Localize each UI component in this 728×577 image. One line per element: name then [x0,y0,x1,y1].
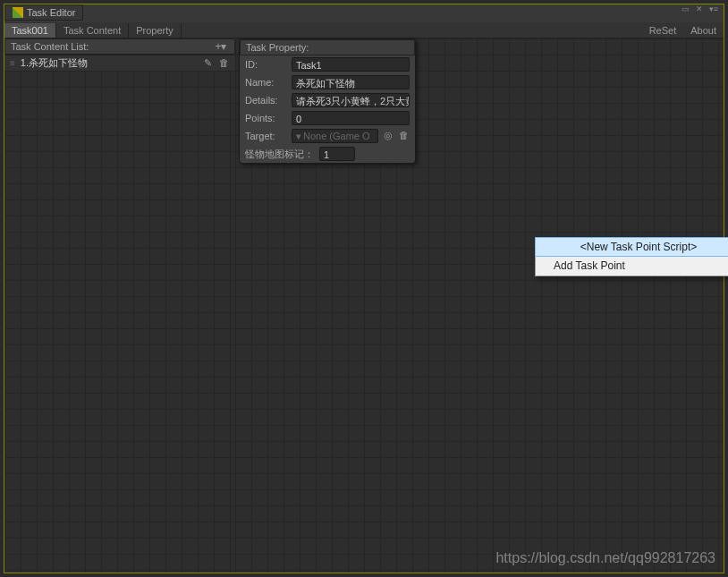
reset-link[interactable]: ReSet [642,23,684,38]
app-icon [13,7,23,18]
tab-property[interactable]: Property [129,23,182,38]
map-field[interactable]: 1 [319,147,355,161]
target-field[interactable]: ▾ None (Game O [292,129,378,143]
node-canvas[interactable]: Task Property: ID: Task1 Name: 杀死如下怪物 De… [235,38,724,573]
window-title: Task Editor [27,7,75,18]
id-field[interactable]: Task1 [292,57,410,72]
task-content-list-panel: Task Content List: +▾ ≡ 1.杀死如下怪物 ✎ 🗑 [4,38,235,573]
drag-handle-icon[interactable]: ≡ [10,58,15,68]
map-label: 怪物地图标记： [245,148,314,161]
context-menu: <New Task Point Script> Add Task Point ▶ [535,237,728,276]
tab-bar: Task001 Task Content Property ReSet Abou… [4,22,724,38]
name-field[interactable]: 杀死如下怪物 [292,75,410,89]
window-title-tab: Task Editor [4,4,83,21]
target-delete-icon[interactable]: 🗑 [397,130,410,142]
name-label: Name: [245,77,292,88]
about-link[interactable]: About [683,23,724,38]
tab-task001[interactable]: Task001 [4,23,56,38]
points-label: Points: [245,113,292,123]
target-label: Target: [245,131,292,141]
window-menu-icon[interactable]: ▭ [679,4,691,13]
delete-icon[interactable]: 🗑 [217,57,230,70]
window-options-icon[interactable]: ▾≡ [707,4,720,13]
add-list-item-button[interactable]: +▾ [213,40,229,53]
list-item-label: 1.杀死如下怪物 [21,56,88,70]
window-close-icon[interactable]: ✕ [693,4,706,13]
list-item[interactable]: ≡ 1.杀死如下怪物 ✎ 🗑 [4,55,235,71]
task-property-panel: Task Property: ID: Task1 Name: 杀死如下怪物 De… [239,38,416,164]
watermark: https://blog.csdn.net/qq992817263 [495,550,715,566]
details-label: Details: [245,95,292,106]
edit-icon[interactable]: ✎ [201,57,214,70]
menu-item-add-task-point[interactable]: Add Task Point ▶ [536,256,728,276]
property-panel-title: Task Property: [246,42,309,53]
points-field[interactable]: 0 [292,111,410,125]
id-label: ID: [245,59,292,70]
left-panel-title: Task Content List: [11,41,89,52]
menu-item-new-script[interactable]: <New Task Point Script> [535,237,728,257]
target-picker-icon[interactable]: ◎ [382,130,394,142]
details-field[interactable]: 请杀死3只小黄蜂，2只大黄 [292,93,410,107]
tab-task-content[interactable]: Task Content [56,23,129,38]
